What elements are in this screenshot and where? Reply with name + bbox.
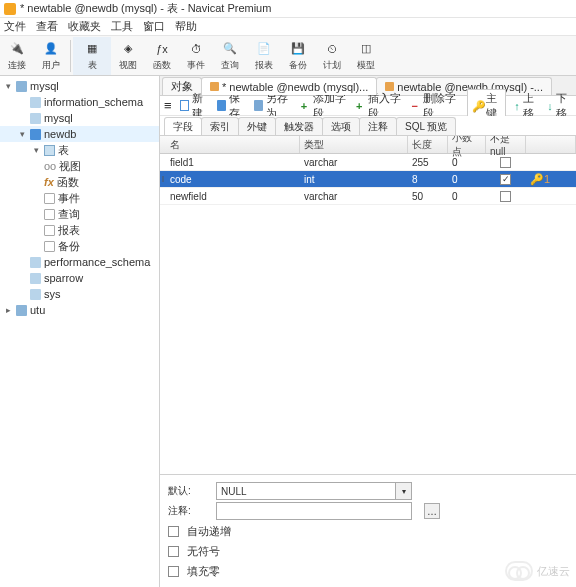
tree-报表[interactable]: 报表 — [0, 222, 159, 238]
notnull-checkbox[interactable] — [500, 157, 511, 168]
backup-icon: 💾 — [288, 40, 308, 58]
tree-查询[interactable]: 查询 — [0, 206, 159, 222]
tree-mysql[interactable]: ▾mysql — [0, 78, 159, 94]
tree-mysql[interactable]: mysql — [0, 110, 159, 126]
event-icon: ⏱ — [186, 40, 206, 58]
menu-help[interactable]: 帮助 — [175, 19, 197, 34]
tree-utu[interactable]: ▸utu — [0, 302, 159, 318]
fields-grid: 名 类型 长度 小数点 不是 null field1varchar2550Ico… — [160, 136, 576, 474]
tree-事件[interactable]: 事件 — [0, 190, 159, 206]
field-row[interactable]: Icodeint80🔑1 — [160, 171, 576, 188]
auto-increment-checkbox[interactable] — [168, 526, 179, 537]
toolbar-fn[interactable]: ƒx函数 — [145, 37, 179, 75]
menu-file[interactable]: 文件 — [4, 19, 26, 34]
toolbar-schedule[interactable]: ⏲计划 — [315, 37, 349, 75]
tree-函数[interactable]: fx函数 — [0, 174, 159, 190]
toolbar-model[interactable]: ◫模型 — [349, 37, 383, 75]
connection-tree: ▾mysqlinformation_schemamysql▾newdb▾表oo视… — [0, 76, 160, 587]
fn-icon: ƒx — [152, 40, 172, 58]
col-length[interactable]: 长度 — [408, 136, 448, 153]
action-bar: ≡ 新建 保存 另存为 +添加字段 +插入字段 −删除字段 🔑主键 ↑上移 ↓下… — [160, 96, 576, 116]
toolbar-plug[interactable]: 🔌连接 — [0, 37, 34, 75]
notnull-checkbox[interactable] — [500, 174, 511, 185]
menu-view[interactable]: 查看 — [36, 19, 58, 34]
tree-sparrow[interactable]: sparrow — [0, 270, 159, 286]
toolbar-query[interactable]: 🔍查询 — [213, 37, 247, 75]
user-icon: 👤 — [41, 40, 61, 58]
col-name[interactable]: 名 — [166, 136, 300, 153]
unsigned-checkbox[interactable] — [168, 546, 179, 557]
comment-input[interactable] — [216, 502, 412, 520]
tree-performance_schema[interactable]: performance_schema — [0, 254, 159, 270]
schedule-icon: ⏲ — [322, 40, 342, 58]
field-row[interactable]: newfieldvarchar500 — [160, 188, 576, 205]
tree-sys[interactable]: sys — [0, 286, 159, 302]
tab-1[interactable]: * newtable @newdb (mysql)... — [201, 77, 377, 95]
toolbar-view[interactable]: ◈视图 — [111, 37, 145, 75]
toolbar-user[interactable]: 👤用户 — [34, 37, 68, 75]
table-icon: ▦ — [82, 40, 102, 58]
view-icon: ◈ — [118, 40, 138, 58]
title-bar: * newtable @newdb (mysql) - 表 - Navicat … — [0, 0, 576, 18]
plug-icon: 🔌 — [7, 40, 27, 58]
watermark: 亿速云 — [505, 561, 570, 581]
toolbar-table[interactable]: ▦表 — [73, 37, 111, 75]
default-input[interactable] — [216, 482, 396, 500]
subtab-触发器[interactable]: 触发器 — [275, 117, 323, 135]
menu-tools[interactable]: 工具 — [111, 19, 133, 34]
subtab-外键[interactable]: 外键 — [238, 117, 276, 135]
toolbar-report[interactable]: 📄报表 — [247, 37, 281, 75]
tree-newdb[interactable]: ▾newdb — [0, 126, 159, 142]
default-label: 默认: — [168, 484, 208, 498]
menu-window[interactable]: 窗口 — [143, 19, 165, 34]
key-icon: 🔑1 — [530, 173, 550, 186]
app-icon — [4, 3, 16, 15]
col-decimals[interactable]: 小数点 — [448, 136, 486, 153]
subtab-注释[interactable]: 注释 — [359, 117, 397, 135]
toolbar-event[interactable]: ⏱事件 — [179, 37, 213, 75]
main-panel: 对象* newtable @newdb (mysql)...newtable @… — [160, 76, 576, 587]
col-type[interactable]: 类型 — [300, 136, 408, 153]
hamburger-icon[interactable]: ≡ — [164, 98, 172, 113]
query-icon: 🔍 — [220, 40, 240, 58]
default-dropdown-icon[interactable]: ▾ — [396, 482, 412, 500]
col-notnull[interactable]: 不是 null — [486, 136, 526, 153]
comment-more-button[interactable]: … — [424, 503, 440, 519]
table-icon — [210, 82, 219, 91]
grid-header: 名 类型 长度 小数点 不是 null — [160, 136, 576, 154]
subtab-SQL 预览[interactable]: SQL 预览 — [396, 117, 456, 135]
tree-视图[interactable]: oo视图 — [0, 158, 159, 174]
report-icon: 📄 — [254, 40, 274, 58]
menu-favorites[interactable]: 收藏夹 — [68, 19, 101, 34]
tree-表[interactable]: ▾表 — [0, 142, 159, 158]
tree-备份[interactable]: 备份 — [0, 238, 159, 254]
designer-tabs: 字段索引外键触发器选项注释SQL 预览 — [160, 116, 576, 136]
tree-information_schema[interactable]: information_schema — [0, 94, 159, 110]
field-row[interactable]: field1varchar2550 — [160, 154, 576, 171]
subtab-选项[interactable]: 选项 — [322, 117, 360, 135]
subtab-字段[interactable]: 字段 — [164, 117, 202, 135]
model-icon: ◫ — [356, 40, 376, 58]
main-toolbar: 🔌连接👤用户▦表◈视图ƒx函数⏱事件🔍查询📄报表💾备份⏲计划◫模型 — [0, 36, 576, 76]
zerofill-checkbox[interactable] — [168, 566, 179, 577]
comment-label: 注释: — [168, 504, 208, 518]
subtab-索引[interactable]: 索引 — [201, 117, 239, 135]
menu-bar: 文件 查看 收藏夹 工具 窗口 帮助 — [0, 18, 576, 36]
notnull-checkbox[interactable] — [500, 191, 511, 202]
watermark-icon — [505, 561, 533, 581]
window-title: * newtable @newdb (mysql) - 表 - Navicat … — [20, 1, 271, 16]
toolbar-backup[interactable]: 💾备份 — [281, 37, 315, 75]
